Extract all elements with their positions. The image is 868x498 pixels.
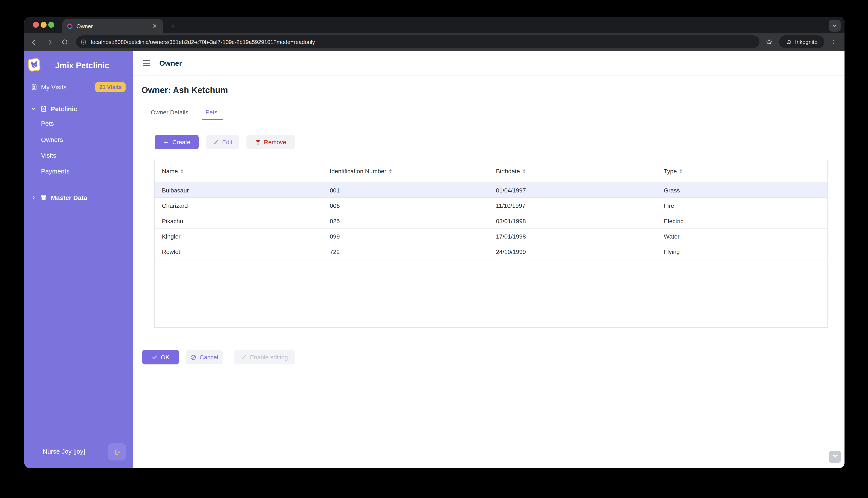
pencil-icon: [213, 139, 219, 145]
vaadin-debug-button[interactable]: [829, 451, 841, 463]
sort-icon: [389, 169, 392, 174]
incognito-icon: [786, 39, 792, 45]
clipboard-pulse-icon: [40, 105, 47, 112]
column-header-name[interactable]: Name: [162, 168, 184, 174]
table-row[interactable]: Charizard 006 11/10/1997 Fire: [155, 198, 827, 213]
sidebar-section-petclinic[interactable]: Petclinic: [24, 101, 133, 117]
cancel-button[interactable]: Cancel: [186, 350, 222, 364]
sidebar-item-payments[interactable]: Payments: [24, 163, 133, 179]
tab-strip: Owner ✕: [24, 17, 844, 33]
logout-button[interactable]: [108, 443, 126, 460]
main-content: Owner Owner: Ash Ketchum Owner Details P…: [133, 51, 844, 468]
cell-birthdate: 24/10/1999: [496, 248, 526, 255]
enable-editing-button[interactable]: Enable editing: [234, 350, 295, 364]
app-bar-title: Owner: [159, 59, 182, 68]
birthdate-column-label: Birthdate: [496, 168, 520, 174]
sidebar-item-my-visits[interactable]: My Visits 21 Visits: [24, 79, 133, 95]
id-column-label: Identification Number: [330, 168, 386, 174]
logout-icon: [113, 448, 121, 456]
cell-birthdate: 01/04/1997: [496, 187, 526, 194]
create-label: Create: [173, 139, 190, 145]
app-bar-divider: [133, 75, 844, 76]
sidebar-section-master-data[interactable]: Master Data: [24, 190, 133, 205]
ok-button[interactable]: OK: [142, 350, 179, 364]
pets-table: Name Identification Number Birthdate: [154, 160, 828, 328]
minimize-window-button[interactable]: [41, 22, 47, 28]
cell-type: Grass: [664, 187, 680, 194]
browser-tab-owner[interactable]: Owner ✕: [62, 19, 163, 33]
column-header-identification-number[interactable]: Identification Number: [330, 168, 392, 174]
edit-button[interactable]: Edit: [206, 135, 239, 149]
edit-label: Edit: [222, 139, 232, 145]
bookmark-star-icon[interactable]: [764, 37, 775, 47]
forward-icon[interactable]: [44, 37, 55, 47]
archive-box-icon: [40, 194, 47, 201]
tab-pets[interactable]: Pets: [205, 109, 217, 116]
new-tab-button[interactable]: [167, 20, 179, 32]
trash-icon: [255, 139, 261, 145]
cell-id: 722: [330, 248, 340, 255]
reload-icon[interactable]: [59, 37, 70, 47]
cell-birthdate: 17/01/1998: [496, 233, 526, 240]
browser-menu-kebab-icon[interactable]: [828, 37, 839, 47]
remove-button[interactable]: Remove: [246, 135, 295, 149]
page-title: Owner: Ash Ketchum: [141, 86, 228, 95]
incognito-badge: Inkognito: [779, 36, 825, 48]
create-button[interactable]: Create: [155, 135, 199, 149]
cell-id: 006: [330, 202, 340, 209]
tab-title: Owner: [76, 23, 151, 29]
back-icon[interactable]: [28, 37, 39, 47]
table-header-row: Name Identification Number Birthdate: [155, 160, 827, 183]
sort-icon: [522, 169, 526, 174]
table-row[interactable]: Pikachu 025 03/01/1998 Electric: [155, 213, 827, 229]
app-title: Jmix Petclinic: [55, 61, 109, 70]
my-visits-label: My Visits: [41, 83, 66, 91]
menu-toggle-button[interactable]: [143, 60, 150, 66]
owners-label: Owners: [41, 136, 63, 143]
payments-label: Payments: [41, 168, 69, 175]
petclinic-section-label: Petclinic: [51, 105, 77, 113]
cell-id: 001: [330, 187, 340, 194]
cell-id: 025: [330, 218, 340, 224]
table-row[interactable]: Kingler 099 17/01/1998 Water: [155, 229, 827, 244]
check-icon: [152, 354, 158, 360]
close-tab-icon[interactable]: ✕: [151, 22, 159, 30]
table-row[interactable]: Bulbasaur 001 01/04/1997 Grass: [155, 183, 827, 198]
incognito-label: Inkognito: [795, 39, 818, 45]
sidebar-item-pets[interactable]: Pets: [24, 116, 133, 131]
jmix-favicon-icon: [67, 23, 73, 29]
browser-window: Owner ✕ lo: [24, 17, 844, 468]
tab-owner-details[interactable]: Owner Details: [151, 109, 188, 116]
ok-label: OK: [161, 354, 169, 361]
cell-id: 099: [330, 233, 340, 240]
visits-count-badge: 21 Visits: [95, 82, 126, 92]
tab-search-chevron-button[interactable]: [829, 19, 841, 31]
cell-type: Water: [664, 233, 680, 240]
remove-label: Remove: [264, 139, 286, 145]
column-header-type[interactable]: Type: [664, 168, 683, 174]
browser-toolbar: localhost:8080/petclinic/owners/351eb2d2…: [24, 33, 844, 51]
sidebar-item-owners[interactable]: Owners: [24, 132, 133, 147]
name-column-label: Name: [162, 168, 178, 174]
cell-name: Rowlet: [162, 248, 180, 255]
column-header-birthdate[interactable]: Birthdate: [496, 168, 526, 174]
vaadin-icon: [831, 454, 838, 460]
type-column-label: Type: [664, 168, 677, 174]
url-bar[interactable]: localhost:8080/petclinic/owners/351eb2d2…: [76, 36, 760, 48]
chevron-right-icon: [31, 195, 36, 200]
maximize-window-button[interactable]: [48, 22, 54, 28]
cell-type: Electric: [664, 218, 684, 224]
table-row[interactable]: Rowlet 722 24/10/1999 Flying: [155, 244, 827, 260]
sidebar-item-visits[interactable]: Visits: [24, 148, 133, 163]
plus-icon: [163, 139, 169, 145]
cell-type: Fire: [664, 202, 674, 209]
url-text: localhost:8080/petclinic/owners/351eb2d2…: [91, 39, 315, 45]
cancel-label: Cancel: [200, 354, 218, 361]
current-user-label: Nurse Joy [joy]: [43, 448, 85, 455]
close-window-button[interactable]: [33, 22, 39, 28]
site-info-icon[interactable]: [80, 39, 87, 45]
petclinic-logo: [27, 58, 41, 72]
cell-name: Bulbasaur: [162, 187, 189, 194]
visits-label: Visits: [41, 152, 56, 159]
cell-name: Pikachu: [162, 218, 183, 224]
